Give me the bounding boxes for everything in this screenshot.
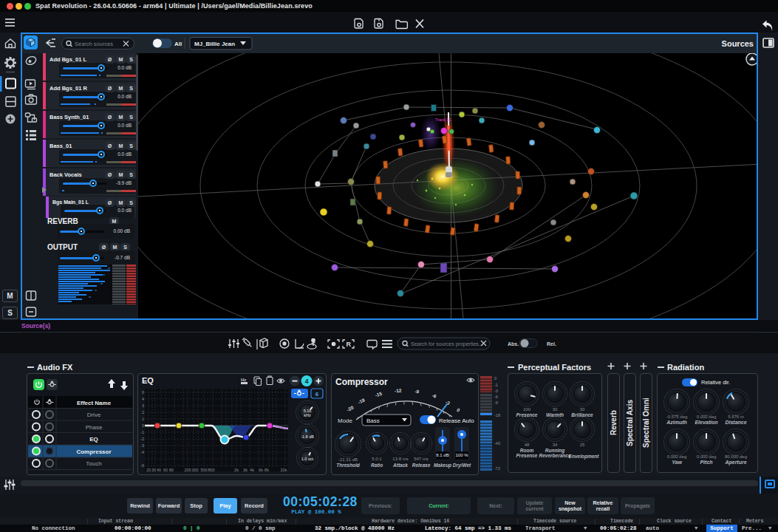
svg-text:40: 40 [157,468,161,472]
svg-text:200: 200 [184,468,191,472]
svg-text:-18: -18 [494,413,500,417]
svg-text:MJ_Billie Jean: MJ_Billie Jean [194,41,235,47]
svg-text:Search for sources properties.: Search for sources properties... [411,341,483,347]
svg-text:Release: Release [412,463,431,468]
svg-text:Dry/Wet: Dry/Wet [453,463,471,468]
svg-text:60: 60 [163,468,168,472]
svg-text:-40: -40 [494,441,500,446]
svg-text:Makeup: Makeup [434,463,451,468]
svg-text:-4: -4 [140,450,144,454]
svg-text:-6: -6 [494,395,498,399]
svg-text:EQ: EQ [142,376,154,385]
svg-text:2k: 2k [234,468,239,472]
svg-text:3: 3 [142,403,144,408]
svg-text:Rel.: Rel. [547,341,556,347]
svg-text:2: 2 [142,410,144,415]
svg-text:Touch: Touch [86,460,101,467]
svg-text:-9: -9 [494,400,498,405]
svg-text:-21.31 dB: -21.31 dB [338,457,358,462]
svg-text:5.0:1: 5.0:1 [372,457,382,461]
svg-text:Phase: Phase [86,424,103,431]
svg-text:R: R [347,341,352,348]
svg-text:Release Auto: Release Auto [439,417,474,424]
svg-text:300: 300 [191,468,198,472]
svg-text:0: 0 [456,407,461,413]
svg-text:30: 30 [151,468,156,472]
svg-text:4: 4 [305,378,309,385]
svg-text:-2: -2 [140,437,144,441]
svg-text:80: 80 [169,468,174,472]
svg-text:547 ms: 547 ms [414,457,429,461]
svg-text:4: 4 [142,397,144,401]
svg-text:-3: -3 [494,389,498,393]
svg-text:3k: 3k [243,468,248,472]
svg-text:Bass: Bass [366,417,380,424]
svg-text:8k: 8k [265,468,269,472]
svg-text:Sources: Sources [722,39,754,48]
svg-text:20: 20 [146,468,151,472]
svg-text:13.8 ms: 13.8 ms [392,457,408,461]
svg-text:6: 6 [315,391,319,398]
svg-text:6k: 6k [259,468,263,472]
svg-text:0: 0 [494,376,497,381]
svg-text:-3: -3 [140,443,144,448]
svg-text:-20: -20 [346,404,355,412]
svg-text:Abs.: Abs. [508,341,519,347]
svg-text:-9: -9 [414,389,420,395]
svg-text:-6: -6 [431,392,437,398]
svg-text:EQ: EQ [89,436,98,443]
svg-text:20k: 20k [281,468,287,472]
svg-text:-6: -6 [140,463,144,468]
svg-text:Search sources: Search sources [75,41,113,47]
svg-text:Compressor: Compressor [335,377,388,387]
svg-text:800: 800 [208,468,214,472]
svg-text:Compressor: Compressor [76,449,111,455]
svg-text:Effect Name: Effect Name [77,400,112,406]
svg-text:6: 6 [142,390,144,395]
svg-text:Attack: Attack [392,463,408,468]
svg-text:-18: -18 [357,397,366,404]
svg-text:1: 1 [142,417,144,421]
svg-text:Threshold: Threshold [336,463,360,468]
svg-text:Drive: Drive [87,412,101,418]
svg-text:-12: -12 [395,388,402,394]
svg-text:-15: -15 [375,391,383,398]
svg-text:-1: -1 [140,430,144,434]
svg-text:Ratio: Ratio [371,463,383,468]
svg-text:500: 500 [200,468,207,472]
svg-text:0: 0 [142,423,144,428]
svg-text:All: All [174,41,182,47]
svg-text:4k: 4k [250,468,254,472]
svg-text:Track 31: Track 31 [435,117,451,122]
svg-text:Mode: Mode [338,417,353,424]
svg-text:Hz: Hz [241,378,246,382]
svg-text:-1: -1 [494,383,498,387]
svg-text:-72: -72 [494,466,500,471]
